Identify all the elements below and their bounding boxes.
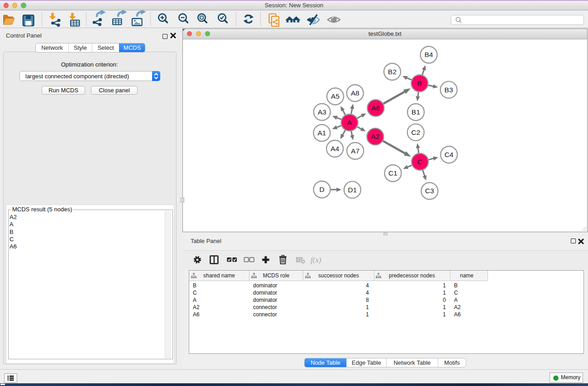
svg-text:A1: A1	[318, 129, 326, 137]
svg-text:B3: B3	[445, 86, 453, 94]
svg-text:C4: C4	[445, 151, 454, 158]
svg-text:C: C	[417, 158, 422, 166]
svg-text:A8: A8	[351, 89, 359, 97]
svg-text:A7: A7	[351, 147, 359, 155]
svg-text:A6: A6	[372, 104, 380, 112]
svg-text:D: D	[320, 186, 325, 193]
svg-text:A: A	[347, 119, 352, 126]
svg-text:C1: C1	[388, 169, 397, 177]
svg-text:A4: A4	[330, 145, 339, 152]
svg-text:D1: D1	[348, 186, 357, 194]
svg-text:B4: B4	[425, 51, 433, 58]
svg-text:f(x): f(x)	[311, 256, 321, 264]
svg-text:B1: B1	[411, 108, 420, 116]
svg-text:B: B	[417, 79, 422, 87]
svg-text:B2: B2	[388, 68, 397, 76]
svg-text:A3: A3	[318, 108, 326, 116]
svg-text:C3: C3	[425, 187, 434, 195]
svg-text:A2: A2	[371, 133, 380, 140]
svg-text:C2: C2	[411, 129, 420, 136]
svg-text:A5: A5	[331, 92, 339, 100]
